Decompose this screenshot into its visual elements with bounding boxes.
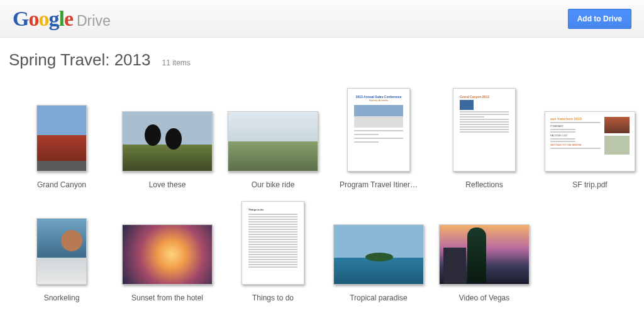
folder-item-count: 11 items	[162, 58, 190, 67]
file-caption: Tropical paradise	[331, 293, 426, 302]
file-item[interactable]: Sunset from the hotel	[114, 189, 220, 302]
folder-header: Spring Travel: 2013 11 items	[0, 38, 644, 72]
file-caption: Reflections	[437, 180, 531, 189]
file-thumbnail: Things to do	[242, 201, 304, 285]
add-to-drive-button[interactable]: Add to Drive	[568, 9, 631, 29]
file-thumbnail	[333, 224, 424, 285]
file-caption: Grand Canyon	[14, 180, 109, 189]
header-bar: Google Drive Add to Drive	[0, 0, 644, 38]
file-thumbnail: 2013 Annual Sales ConferenceSydney, Aust…	[347, 88, 410, 172]
file-caption: Video of Vegas	[437, 293, 531, 302]
file-item[interactable]: Things to doThings to do	[220, 189, 326, 302]
file-item[interactable]: Our bike ride	[220, 76, 326, 189]
file-caption: Snorkeling	[14, 293, 109, 302]
file-caption: Our bike ride	[226, 180, 320, 189]
logo-product: Drive	[77, 13, 111, 30]
file-thumbnail	[122, 224, 213, 285]
file-thumbnail	[36, 105, 87, 172]
file-thumbnail	[36, 218, 87, 285]
folder-title: Spring Travel: 2013	[9, 50, 150, 70]
file-thumbnail: Grand Canyon 2012	[453, 88, 516, 172]
file-thumbnail	[439, 224, 530, 285]
file-thumbnail: san francisco 2013ITINERARYPACKING LISTG…	[545, 111, 635, 172]
file-item[interactable]: Video of Vegas	[431, 189, 537, 302]
file-grid: Grand CanyonLove theseOur bike ride2013 …	[0, 72, 644, 302]
logo-google: Google	[13, 7, 73, 31]
file-item[interactable]: Love these	[114, 76, 220, 189]
file-thumbnail	[228, 111, 318, 172]
file-item[interactable]: san francisco 2013ITINERARYPACKING LISTG…	[537, 76, 643, 189]
file-item[interactable]: Grand Canyon	[9, 76, 114, 189]
file-item[interactable]: Grand Canyon 2012Reflections	[431, 76, 537, 189]
file-caption: Things to do	[226, 293, 320, 302]
logo[interactable]: Google Drive	[13, 7, 111, 31]
file-caption: Program Travel Itiner…	[331, 180, 426, 189]
file-item[interactable]: 2013 Annual Sales ConferenceSydney, Aust…	[326, 76, 431, 189]
file-caption: Love these	[120, 180, 214, 189]
file-caption: Sunset from the hotel	[120, 293, 214, 302]
file-item[interactable]: Snorkeling	[9, 189, 114, 302]
file-item[interactable]: Tropical paradise	[326, 189, 431, 302]
file-thumbnail	[122, 111, 213, 172]
file-caption: SF trip.pdf	[543, 180, 637, 189]
